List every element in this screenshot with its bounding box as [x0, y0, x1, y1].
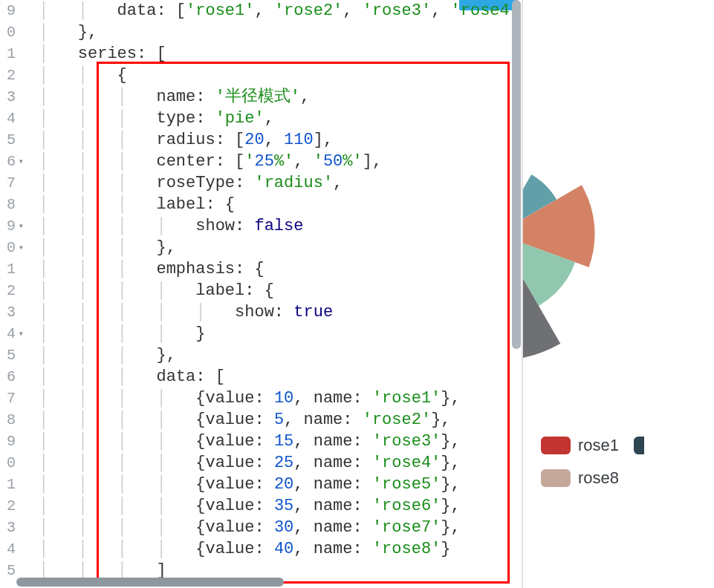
app-root: 90123456▾789▾0▾1234▾56789012345 │ │ data… [0, 0, 714, 588]
code-line[interactable]: │ │ { [39, 65, 522, 86]
code-line[interactable]: │ │ data: ['rose1', 'rose2', 'rose3', 'r… [39, 0, 522, 22]
code-line[interactable]: │ }, [39, 22, 522, 43]
code-line[interactable]: │ │ │ │ {value: 40, name: 'rose8'} [39, 538, 522, 560]
line-number: 1 [0, 43, 16, 65]
rose-pie-chart [523, 0, 714, 588]
code-line[interactable]: │ │ │ │ label: { [39, 280, 522, 301]
code-line[interactable]: │ │ │ name: '半径模式', [39, 86, 522, 108]
line-number: 5 [0, 560, 16, 581]
code-line[interactable]: │ │ │ │ show: false [39, 215, 522, 237]
code-line[interactable]: │ │ │ │ {value: 5, name: 'rose2'}, [39, 409, 522, 431]
editor-body[interactable]: 90123456▾789▾0▾1234▾56789012345 │ │ data… [0, 0, 522, 588]
code-line[interactable]: │ │ │ │ {value: 30, name: 'rose7'}, [39, 517, 522, 538]
line-number: 3 [0, 86, 16, 108]
line-number-gutter: 90123456▾789▾0▾1234▾56789012345 [0, 0, 18, 588]
chart-preview-panel: rose1rose8 [523, 0, 714, 588]
code-line[interactable]: │ │ │ │ {value: 20, name: 'rose5'}, [39, 474, 522, 495]
legend-row: rose1 [541, 436, 644, 455]
code-line[interactable]: │ │ │ │ │ show: true [39, 301, 522, 323]
scrollbar-thumb-vertical[interactable] [512, 0, 521, 349]
code-line[interactable]: │ │ │ center: ['25%', '50%'], [39, 151, 522, 172]
line-number: 7 [0, 388, 16, 409]
scrollbar-thumb-horizontal[interactable] [16, 578, 284, 587]
legend-label: rose8 [578, 468, 619, 488]
line-number: 9 [0, 431, 16, 452]
code-line[interactable]: │ │ │ emphasis: { [39, 258, 522, 280]
line-number: 2 [0, 495, 16, 517]
line-number: 2 [0, 65, 16, 86]
line-number: 4▾ [0, 323, 16, 344]
line-number: 4 [0, 108, 16, 129]
line-number: 3 [0, 517, 16, 538]
line-number: 8 [0, 194, 16, 215]
line-number: 9 [0, 0, 16, 22]
code-editor-panel: 90123456▾789▾0▾1234▾56789012345 │ │ data… [0, 0, 523, 588]
line-number: 9▾ [0, 215, 16, 237]
line-number: 5 [0, 344, 16, 366]
legend-item[interactable] [634, 437, 644, 454]
legend-row: rose8 [541, 468, 644, 488]
code-line[interactable]: │ │ │ │ {value: 35, name: 'rose6'}, [39, 495, 522, 517]
legend-item[interactable]: rose1 [541, 436, 619, 455]
legend-swatch [634, 437, 644, 454]
legend-item[interactable]: rose8 [541, 468, 619, 488]
code-line[interactable]: │ │ │ radius: [20, 110], [39, 129, 522, 151]
chart-legend: rose1rose8 [541, 436, 644, 488]
line-number: 1 [0, 474, 16, 495]
code-line[interactable]: │ │ │ │ {value: 25, name: 'rose4'}, [39, 452, 522, 474]
code-line[interactable]: │ │ │ │ } [39, 323, 522, 344]
code-line[interactable]: │ │ │ label: { [39, 194, 522, 215]
code-line[interactable]: │ │ │ }, [39, 237, 522, 258]
code-line[interactable]: │ │ │ data: [ [39, 366, 522, 388]
line-number: 7 [0, 172, 16, 194]
line-number: 2 [0, 280, 16, 301]
line-number: 0 [0, 22, 16, 43]
line-number: 6▾ [0, 151, 16, 172]
code-line[interactable]: │ │ │ roseType: 'radius', [39, 172, 522, 194]
code-line[interactable]: │ series: [ [39, 43, 522, 65]
line-number: 8 [0, 409, 16, 431]
editor-scrollbar-horizontal[interactable] [16, 578, 284, 588]
code-line[interactable]: │ │ │ │ {value: 15, name: 'rose3'}, [39, 431, 522, 452]
legend-label: rose1 [578, 436, 619, 455]
code-line[interactable]: │ │ │ │ {value: 10, name: 'rose1'}, [39, 388, 522, 409]
line-number: 5 [0, 129, 16, 151]
legend-swatch [541, 437, 571, 454]
line-number: 6 [0, 366, 16, 388]
line-number: 3 [0, 301, 16, 323]
code-area[interactable]: │ │ data: ['rose1', 'rose2', 'rose3', 'r… [18, 0, 522, 588]
line-number: 0▾ [0, 237, 16, 258]
line-number: 1 [0, 258, 16, 280]
legend-swatch [541, 469, 571, 487]
line-number: 0 [0, 452, 16, 474]
line-number: 4 [0, 538, 16, 560]
editor-scrollbar-vertical[interactable] [511, 0, 522, 349]
code-line[interactable]: │ │ │ type: 'pie', [39, 108, 522, 129]
code-line[interactable]: │ │ │ }, [39, 344, 522, 366]
